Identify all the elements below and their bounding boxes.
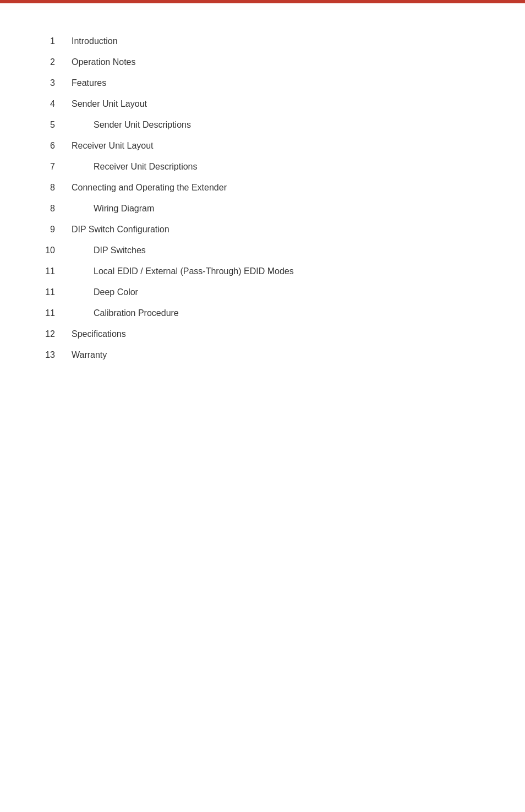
toc-row: 4Sender Unit Layout	[44, 94, 481, 115]
toc-item-title[interactable]: Sender Unit Descriptions	[72, 115, 481, 135]
toc-page-number: 6	[44, 135, 72, 156]
toc-item-title[interactable]: Sender Unit Layout	[72, 94, 481, 115]
toc-item-title[interactable]: Operation Notes	[72, 52, 481, 73]
toc-row: 13Warranty	[44, 345, 481, 366]
toc-row: 7Receiver Unit Descriptions	[44, 156, 481, 177]
toc-row: 1Introduction	[44, 31, 481, 52]
toc-row: 11Deep Color	[44, 282, 481, 303]
toc-row: 11Local EDID / External (Pass-Through) E…	[44, 261, 481, 282]
toc-row: 12Specifications	[44, 324, 481, 345]
toc-item-title[interactable]: Deep Color	[72, 282, 481, 303]
toc-content: 1Introduction2Operation Notes3Features4S…	[0, 3, 525, 399]
toc-table: 1Introduction2Operation Notes3Features4S…	[44, 31, 481, 366]
toc-item-title[interactable]: Wiring Diagram	[72, 198, 481, 219]
toc-row: 11Calibration Procedure	[44, 303, 481, 324]
toc-item-title[interactable]: DIP Switches	[72, 240, 481, 261]
toc-page-number: 11	[44, 261, 72, 282]
toc-page-number: 13	[44, 345, 72, 366]
toc-page-number: 10	[44, 240, 72, 261]
toc-row: 6Receiver Unit Layout	[44, 135, 481, 156]
toc-item-title[interactable]: Warranty	[72, 345, 481, 366]
toc-row: 5Sender Unit Descriptions	[44, 115, 481, 135]
toc-row: 2Operation Notes	[44, 52, 481, 73]
toc-page-number: 4	[44, 94, 72, 115]
toc-row: 3Features	[44, 73, 481, 94]
toc-item-title[interactable]: Features	[72, 73, 481, 94]
toc-item-title[interactable]: Calibration Procedure	[72, 303, 481, 324]
toc-row: 8Wiring Diagram	[44, 198, 481, 219]
toc-row: 10DIP Switches	[44, 240, 481, 261]
toc-item-title[interactable]: DIP Switch Configuration	[72, 219, 481, 240]
toc-page-number: 9	[44, 219, 72, 240]
toc-page-number: 2	[44, 52, 72, 73]
toc-page-number: 11	[44, 303, 72, 324]
toc-item-title[interactable]: Local EDID / External (Pass-Through) EDI…	[72, 261, 481, 282]
toc-page-number: 11	[44, 282, 72, 303]
toc-item-title[interactable]: Introduction	[72, 31, 481, 52]
toc-page-number: 12	[44, 324, 72, 345]
toc-row: 8Connecting and Operating the Extender	[44, 177, 481, 198]
toc-item-title[interactable]: Receiver Unit Layout	[72, 135, 481, 156]
toc-page-number: 5	[44, 115, 72, 135]
toc-page-number: 8	[44, 177, 72, 198]
toc-item-title[interactable]: Receiver Unit Descriptions	[72, 156, 481, 177]
toc-page-number: 3	[44, 73, 72, 94]
toc-page-number: 7	[44, 156, 72, 177]
toc-page-number: 1	[44, 31, 72, 52]
toc-item-title[interactable]: Specifications	[72, 324, 481, 345]
toc-page-number: 8	[44, 198, 72, 219]
page: 1Introduction2Operation Notes3Features4S…	[0, 0, 525, 812]
toc-item-title[interactable]: Connecting and Operating the Extender	[72, 177, 481, 198]
toc-row: 9DIP Switch Configuration	[44, 219, 481, 240]
